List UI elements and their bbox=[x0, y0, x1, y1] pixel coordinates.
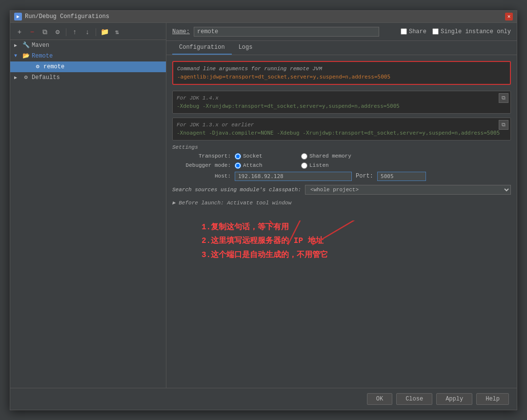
transport-shared-label: Shared memory bbox=[301, 153, 360, 160]
footer: OK Close Apply Help bbox=[10, 388, 517, 410]
remote-config-icon: ⚙ bbox=[34, 63, 41, 71]
jdk13-label: For JDK 1.3.x or earlier bbox=[177, 122, 507, 128]
settings-section: Settings Transport: Socket Shared memory bbox=[172, 144, 511, 181]
name-input[interactable] bbox=[194, 27, 379, 37]
debugger-listen-text: Listen bbox=[309, 162, 329, 168]
sidebar-item-remote[interactable]: ▼ 📂 Remote bbox=[10, 51, 166, 61]
sidebar-toolbar: + − ⧉ ⚙ ↑ ↓ 📁 ⇅ bbox=[10, 25, 166, 40]
folder-button[interactable]: 📁 bbox=[99, 27, 110, 38]
debugger-radio-group: Attach Listen bbox=[235, 162, 360, 169]
settings-title: Settings bbox=[172, 144, 511, 150]
debugger-attach-label: Attach bbox=[235, 162, 293, 169]
copy-config-button[interactable]: ⧉ bbox=[40, 27, 50, 38]
ok-button[interactable]: OK bbox=[367, 393, 392, 405]
dialog-title: Run/Debug Configurations bbox=[25, 13, 109, 20]
close-icon[interactable]: ✕ bbox=[505, 13, 513, 20]
search-sources-label: Search sources using module's classpath: bbox=[172, 187, 301, 193]
sidebar-item-label-remote: Remote bbox=[32, 53, 53, 60]
sidebar-item-label-maven: Maven bbox=[32, 42, 49, 49]
jdk14-section: ⧉ For JDK 1.4.x -Xdebug -Xrunjdwp:transp… bbox=[172, 91, 511, 114]
expand-arrow-maven: ▶ bbox=[14, 42, 20, 48]
jdk13-section: ⧉ For JDK 1.3.x or earlier -Xnoagent -Dj… bbox=[172, 118, 511, 140]
transport-shared-text: Shared memory bbox=[309, 153, 351, 159]
toolbar-separator bbox=[66, 28, 66, 36]
transport-radio-group: Socket Shared memory bbox=[235, 153, 360, 160]
host-label: Host: bbox=[172, 173, 231, 179]
annotation-line1: 1.复制这句话，等下有用 bbox=[202, 220, 511, 235]
transport-socket-label: Socket bbox=[235, 153, 293, 160]
expand-arrow-defaults: ▶ bbox=[14, 75, 20, 80]
defaults-icon: ⚙ bbox=[22, 74, 30, 81]
annotation-line2: 2.这里填写远程服务器的 IP 地址 bbox=[202, 234, 511, 248]
host-port-inputs: Port: bbox=[235, 172, 426, 181]
sidebar-item-label-defaults: Defaults bbox=[32, 74, 60, 81]
main-content: + − ⧉ ⚙ ↑ ↓ 📁 ⇅ ▶ 🔧 Maven ▼ bbox=[10, 23, 517, 388]
debugger-label: Debugger mode: bbox=[172, 162, 231, 168]
transport-row: Transport: Socket Shared memory bbox=[172, 153, 511, 160]
debugger-row: Debugger mode: Attach Listen bbox=[172, 162, 511, 169]
sidebar-item-maven[interactable]: ▶ 🔧 Maven bbox=[10, 40, 166, 51]
close-button[interactable]: Close bbox=[396, 393, 432, 405]
sort-button[interactable]: ⇅ bbox=[112, 27, 122, 38]
sidebar: + − ⧉ ⚙ ↑ ↓ 📁 ⇅ ▶ 🔧 Maven ▼ bbox=[10, 23, 166, 388]
sidebar-item-label-remote-child: remote bbox=[43, 63, 64, 70]
cmd-box-text: -agentlib:jdwp=transport=dt_socket,serve… bbox=[177, 74, 506, 80]
single-instance-text: Single instance only bbox=[441, 28, 511, 35]
debugger-attach-text: Attach bbox=[243, 162, 263, 168]
move-up-button[interactable]: ↑ bbox=[69, 27, 80, 38]
debugger-listen-radio[interactable] bbox=[301, 162, 307, 169]
before-launch: ▶ Before launch: Activate tool window bbox=[172, 200, 511, 206]
expand-arrow-remote: ▼ bbox=[14, 53, 20, 59]
search-sources-select[interactable]: <whole project> bbox=[305, 185, 511, 195]
single-instance-label: Single instance only bbox=[432, 28, 511, 35]
name-label: Name: bbox=[172, 28, 190, 35]
jdk14-label: For JDK 1.4.x bbox=[177, 95, 507, 101]
port-input[interactable] bbox=[377, 172, 426, 181]
port-label: Port: bbox=[356, 173, 373, 180]
config-area: Command line arguments for running remot… bbox=[166, 55, 517, 388]
toolbar-separator2 bbox=[96, 28, 96, 36]
jdk14-cmd: -Xdebug -Xrunjdwp:transport=dt_socket,se… bbox=[177, 103, 507, 109]
host-input[interactable] bbox=[235, 172, 352, 181]
share-checkbox[interactable] bbox=[401, 28, 407, 35]
copy-jdk13-button[interactable]: ⧉ bbox=[499, 120, 508, 130]
title-bar-left: ▶ Run/Debug Configurations bbox=[14, 13, 109, 20]
title-bar: ▶ Run/Debug Configurations ✕ bbox=[10, 11, 517, 23]
maven-icon: 🔧 bbox=[22, 41, 30, 49]
sidebar-item-defaults[interactable]: ▶ ⚙ Defaults bbox=[10, 72, 166, 83]
search-sources-row: Search sources using module's classpath:… bbox=[172, 185, 511, 195]
debugger-attach-radio[interactable] bbox=[235, 162, 241, 169]
sidebar-item-remote-child[interactable]: ⚙ remote bbox=[10, 61, 166, 72]
share-label: Share bbox=[409, 28, 426, 35]
remote-folder-icon: 📂 bbox=[22, 52, 30, 60]
host-port-row: Host: Port: bbox=[172, 172, 511, 181]
tab-configuration[interactable]: Configuration bbox=[172, 41, 232, 55]
transport-socket-text: Socket bbox=[243, 153, 263, 159]
cmd-box: Command line arguments for running remot… bbox=[172, 61, 511, 85]
dialog-icon: ▶ bbox=[14, 13, 22, 20]
annotation-block: 1.复制这句话，等下有用 2.这里填写远程服务器的 IP 地址 3.这个端口是自… bbox=[202, 220, 511, 262]
copy-jdk14-button[interactable]: ⧉ bbox=[499, 93, 508, 103]
jdk13-cmd: -Xnoagent -Djava.compiler=NONE -Xdebug -… bbox=[177, 130, 507, 136]
remove-button[interactable]: − bbox=[27, 27, 38, 38]
name-row: Name: Share Single instance only bbox=[166, 23, 517, 41]
run-debug-dialog: ▶ Run/Debug Configurations ✕ + − ⧉ ⚙ ↑ ↓… bbox=[10, 10, 517, 410]
add-button[interactable]: + bbox=[14, 27, 25, 38]
cmd-box-label: Command line arguments for running remot… bbox=[177, 66, 506, 72]
transport-shared-radio[interactable] bbox=[301, 153, 307, 160]
config-tree: ▶ 🔧 Maven ▼ 📂 Remote ⚙ remote ▶ ⚙ bbox=[10, 40, 166, 83]
transport-label: Transport: bbox=[172, 153, 231, 159]
share-row: Share Single instance only bbox=[401, 28, 511, 35]
debugger-listen-label: Listen bbox=[301, 162, 360, 169]
annotation-line3: 3.这个端口是自动生成的，不用管它 bbox=[202, 248, 511, 262]
tab-logs[interactable]: Logs bbox=[232, 41, 260, 55]
move-down-button[interactable]: ↓ bbox=[82, 27, 93, 38]
settings-button[interactable]: ⚙ bbox=[52, 27, 63, 38]
annotation-area: 1.复制这句话，等下有用 2.这里填写远程服务器的 IP 地址 3.这个端口是自… bbox=[172, 220, 511, 318]
share-checkbox-label: Share bbox=[401, 28, 426, 35]
help-button[interactable]: Help bbox=[476, 393, 509, 405]
right-panel: Name: Share Single instance only Configu… bbox=[166, 23, 517, 388]
single-instance-checkbox[interactable] bbox=[432, 28, 439, 35]
transport-socket-radio[interactable] bbox=[235, 153, 241, 160]
apply-button[interactable]: Apply bbox=[436, 393, 472, 405]
